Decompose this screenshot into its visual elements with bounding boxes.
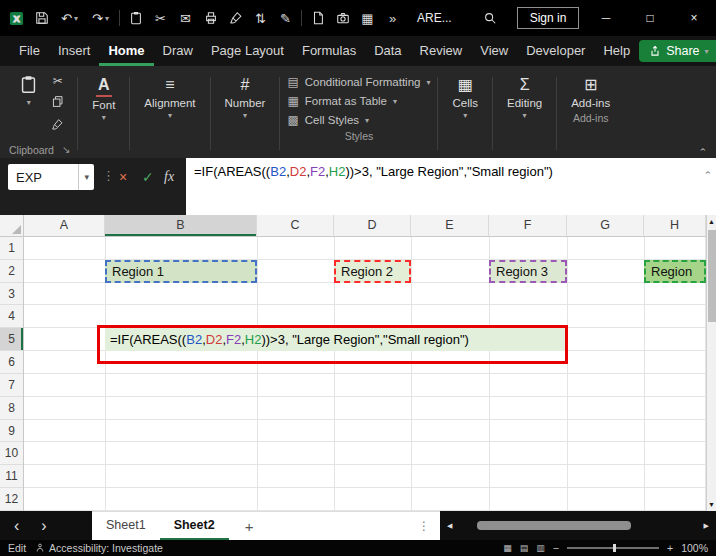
email-icon[interactable]: ✉ (173, 0, 198, 36)
page-layout-view-button[interactable]: ▤ (520, 543, 529, 553)
sign-in-button[interactable]: Sign in (517, 7, 580, 29)
addins-button[interactable]: ⊞ Add-ins (564, 69, 617, 109)
tab-formulas[interactable]: Formulas (293, 36, 365, 66)
zoom-in-button[interactable]: + (667, 542, 673, 554)
format-as-table-button[interactable]: ▦ Format as Table ▾ (287, 94, 430, 108)
excel-app-icon[interactable]: X (4, 0, 29, 36)
sheet-tab-sheet1[interactable]: Sheet1 (92, 512, 160, 540)
table-icon[interactable]: ▦ (355, 0, 380, 36)
number-menu-button[interactable]: # Number ▾ (218, 69, 273, 120)
row-header-2[interactable]: 2 (0, 260, 23, 283)
formula-input[interactable]: =IF(AREAS((B2,D2,F2,H2))>3, "Large Regio… (186, 158, 716, 215)
column-header-A[interactable]: A (24, 215, 105, 236)
row-header-1[interactable]: 1 (0, 237, 23, 260)
scroll-up-icon[interactable]: ▲ (708, 215, 715, 228)
row-header-11[interactable]: 11 (0, 465, 23, 488)
row-header-9[interactable]: 9 (0, 420, 23, 443)
clipboard-dialog-launcher-icon[interactable]: ↘ (62, 144, 70, 155)
new-document-icon[interactable] (305, 0, 330, 36)
zoom-slider-thumb[interactable] (613, 544, 616, 552)
qat-overflow-icon[interactable]: » (380, 0, 405, 36)
name-box[interactable]: EXP ▾ (8, 164, 94, 190)
horizontal-scroll-track[interactable] (457, 521, 698, 530)
zoom-level[interactable]: 100% (681, 542, 708, 554)
tab-draw[interactable]: Draw (154, 36, 202, 66)
redo-button[interactable]: ↷ ▾ (85, 0, 116, 36)
tab-review[interactable]: Review (411, 36, 472, 66)
accessibility-status-button[interactable]: Accessibility: Investigate (35, 542, 163, 554)
sort-icon[interactable]: ⇅ (248, 0, 273, 36)
paste-button[interactable]: ▾ (15, 73, 42, 109)
vertical-scroll-thumb[interactable] (708, 230, 716, 322)
share-button[interactable]: Share ▾ (639, 40, 716, 62)
cut-button[interactable]: ✂ (53, 74, 63, 88)
vertical-scrollbar[interactable]: ▲ ▼ (706, 215, 716, 511)
column-header-B[interactable]: B (105, 215, 257, 236)
grid-body[interactable]: 123456789101112 Region 1 Region 2 Region… (0, 237, 716, 511)
tab-insert[interactable]: Insert (49, 36, 100, 66)
zoom-slider[interactable] (567, 547, 659, 549)
row-header-7[interactable]: 7 (0, 374, 23, 397)
scroll-right-icon[interactable]: ▶ (704, 522, 709, 530)
tab-page-layout[interactable]: Page Layout (202, 36, 293, 66)
cell-D2[interactable]: Region 2 (334, 260, 411, 283)
scroll-down-icon[interactable]: ▼ (708, 498, 715, 511)
minimize-button[interactable]: ─ (584, 0, 628, 36)
font-menu-button[interactable]: A Font ▾ (85, 69, 122, 122)
row-header-8[interactable]: 8 (0, 397, 23, 420)
drag-handle-icon[interactable]: ⋮ (102, 168, 115, 183)
row-header-5[interactable]: 5 (0, 328, 23, 351)
tab-home[interactable]: Home (99, 36, 153, 66)
search-icon[interactable] (478, 0, 503, 36)
row-header-10[interactable]: 10 (0, 442, 23, 465)
previous-sheet-icon[interactable]: ‹ (14, 517, 19, 535)
column-header-D[interactable]: D (334, 215, 411, 236)
column-header-H[interactable]: H (644, 215, 706, 236)
scroll-left-icon[interactable]: ◀ (447, 522, 452, 530)
normal-view-button[interactable]: ▦ (503, 543, 512, 553)
tab-help[interactable]: Help (594, 36, 639, 66)
horizontal-scroll-thumb[interactable] (477, 521, 631, 530)
next-sheet-icon[interactable]: › (41, 517, 46, 535)
cell-F2[interactable]: Region 3 (489, 260, 567, 283)
row-header-3[interactable]: 3 (0, 283, 23, 306)
horizontal-scrollbar[interactable]: ◀ ▶ (440, 511, 716, 540)
conditional-formatting-button[interactable]: ▤ Conditional Formatting ▾ (287, 75, 430, 89)
tab-view[interactable]: View (471, 36, 517, 66)
column-header-E[interactable]: E (411, 215, 489, 236)
camera-icon[interactable] (330, 0, 355, 36)
sheet-tab-sheet2[interactable]: Sheet2 (160, 512, 229, 540)
column-header-G[interactable]: G (567, 215, 644, 236)
format-painter-button[interactable] (51, 118, 64, 134)
column-header-F[interactable]: F (489, 215, 567, 236)
cut-icon[interactable]: ✂ (148, 0, 173, 36)
row-header-12[interactable]: 12 (0, 488, 23, 511)
draw-pen-icon[interactable]: ✎ (273, 0, 298, 36)
alignment-menu-button[interactable]: ≡ Alignment ▾ (137, 69, 202, 120)
clipboard-icon[interactable] (123, 0, 148, 36)
tab-options-icon[interactable]: ⋮ (418, 519, 440, 533)
select-all-button[interactable] (0, 215, 24, 236)
insert-function-button[interactable]: fx (164, 167, 174, 187)
row-header-4[interactable]: 4 (0, 305, 23, 328)
row-header-6[interactable]: 6 (0, 351, 23, 374)
enter-button[interactable]: ✓ (142, 167, 154, 187)
editing-menu-button[interactable]: Σ Editing ▾ (500, 69, 549, 120)
collapse-ribbon-button[interactable]: › (701, 144, 704, 155)
collapse-formula-bar-button[interactable]: › (706, 167, 709, 178)
page-break-view-button[interactable]: ▥ (536, 543, 545, 553)
add-sheet-button[interactable]: + (239, 518, 260, 535)
format-painter-icon[interactable] (223, 0, 248, 36)
tab-file[interactable]: File (10, 36, 49, 66)
tab-data[interactable]: Data (365, 36, 410, 66)
cells-menu-button[interactable]: ▦ Cells ▾ (445, 69, 485, 120)
zoom-out-button[interactable]: − (553, 542, 559, 554)
undo-button[interactable]: ↶ ▾ (54, 0, 85, 36)
column-header-C[interactable]: C (257, 215, 334, 236)
save-icon[interactable] (29, 0, 54, 36)
copy-button[interactable] (51, 95, 64, 111)
cell-B5[interactable]: =IF(AREAS((B2,D2,F2,H2))>3, "Large Regio… (105, 328, 567, 351)
cancel-button[interactable]: × (119, 167, 127, 187)
tab-developer[interactable]: Developer (517, 36, 594, 66)
cell-H2[interactable]: Region (644, 260, 706, 283)
